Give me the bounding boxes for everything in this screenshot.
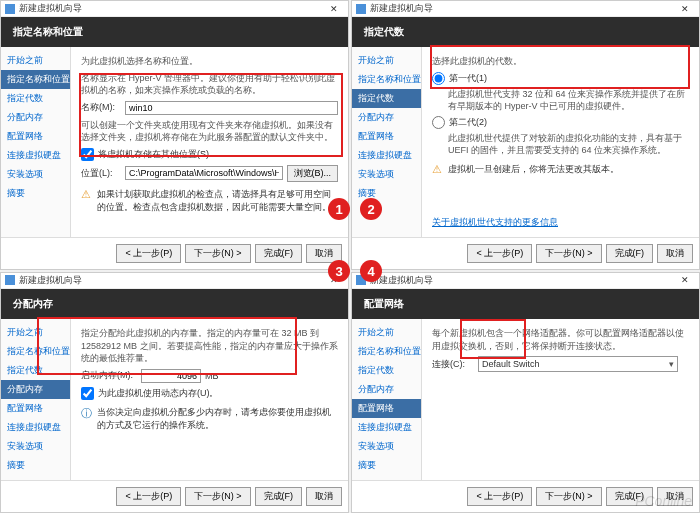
- sidebar-item[interactable]: 连接虚拟硬盘: [352, 146, 421, 165]
- sidebar-item[interactable]: 指定名称和位置: [1, 70, 70, 89]
- sidebar-item[interactable]: 指定代数: [1, 361, 70, 380]
- close-icon[interactable]: ✕: [324, 4, 344, 14]
- intro-text: 每个新虚拟机包含一个网络适配器。你可以配置网络适配器以使用虚拟交换机，否则，它将…: [432, 327, 689, 352]
- sidebar-item[interactable]: 安装选项: [352, 437, 421, 456]
- sidebar-item[interactable]: 指定代数: [1, 89, 70, 108]
- sidebar-item[interactable]: 连接虚拟硬盘: [352, 418, 421, 437]
- content-area: 为此虚拟机选择名称和位置。 名称显示在 Hyper-V 管理器中。建议你使用有助…: [71, 47, 348, 237]
- window-title: 新建虚拟机向导: [370, 274, 675, 287]
- cancel-button[interactable]: 取消: [306, 487, 342, 506]
- next-button[interactable]: 下一步(N) >: [185, 244, 250, 263]
- prev-button[interactable]: < 上一步(P): [467, 244, 532, 263]
- app-icon: [5, 275, 15, 285]
- page-title: 指定名称和位置: [1, 17, 348, 47]
- sidebar-item[interactable]: 连接虚拟硬盘: [1, 418, 70, 437]
- sidebar-item[interactable]: 开始之前: [1, 323, 70, 342]
- sidebar-item[interactable]: 安装选项: [352, 165, 421, 184]
- sidebar-item[interactable]: 开始之前: [1, 51, 70, 70]
- info-icon: [81, 406, 93, 418]
- name-input[interactable]: [125, 101, 338, 115]
- finish-button[interactable]: 完成(F): [255, 487, 303, 506]
- memory-label: 启动内存(M):: [81, 369, 137, 382]
- sidebar-item[interactable]: 摘要: [1, 456, 70, 475]
- sidebar-item[interactable]: 连接虚拟硬盘: [1, 146, 70, 165]
- connection-select[interactable]: Default Switch: [478, 356, 678, 372]
- dynamic-memory-label: 为此虚拟机使用动态内存(U)。: [98, 387, 219, 400]
- intro-text: 选择此虚拟机的代数。: [432, 55, 689, 68]
- sidebar-item[interactable]: 分配内存: [352, 108, 421, 127]
- sidebar-item[interactable]: 开始之前: [352, 323, 421, 342]
- wizard-sidebar: 开始之前 指定名称和位置 指定代数 分配内存 配置网络 连接虚拟硬盘 安装选项 …: [1, 319, 71, 480]
- close-icon[interactable]: ✕: [675, 4, 695, 14]
- wizard-sidebar: 开始之前 指定名称和位置 指定代数 分配内存 配置网络 连接虚拟硬盘 安装选项 …: [1, 47, 71, 237]
- footer-buttons: < 上一步(P) 下一步(N) > 完成(F) 取消: [352, 237, 699, 269]
- sidebar-item[interactable]: 配置网络: [1, 399, 70, 418]
- close-icon[interactable]: ✕: [675, 275, 695, 285]
- store-other-checkbox[interactable]: [81, 148, 94, 161]
- warning-text: 虚拟机一旦创建后，你将无法更改其版本。: [448, 163, 619, 176]
- finish-button[interactable]: 完成(F): [255, 244, 303, 263]
- page-title: 配置网络: [352, 289, 699, 319]
- gen2-label: 第二代(2): [449, 116, 487, 129]
- next-button[interactable]: 下一步(N) >: [185, 487, 250, 506]
- intro-text: 指定分配给此虚拟机的内存量。指定的内存量可在 32 MB 到 12582912 …: [81, 327, 338, 365]
- location-desc: 可以创建一个文件夹或使用现有文件夹来存储虚拟机。如果没有选择文件夹，虚拟机将存储…: [81, 119, 338, 144]
- step-badge-2: 2: [360, 198, 382, 220]
- gen1-desc: 此虚拟机世代支持 32 位和 64 位来宾操作系统并提供了在所有早期版本的 Hy…: [448, 88, 689, 113]
- prev-button[interactable]: < 上一步(P): [116, 244, 181, 263]
- titlebar: 新建虚拟机向导 ✕: [1, 1, 348, 17]
- warning-icon: [432, 163, 444, 175]
- sidebar-item[interactable]: 分配内存: [352, 380, 421, 399]
- gen2-desc: 此虚拟机世代提供了对较新的虚拟化功能的支持，具有基于 UEFI 的固件，并且需要…: [448, 132, 689, 157]
- window-title: 新建虚拟机向导: [19, 274, 324, 287]
- sidebar-item[interactable]: 摘要: [352, 456, 421, 475]
- page-title: 指定代数: [352, 17, 699, 47]
- footer-buttons: < 上一步(P) 下一步(N) > 完成(F) 取消: [1, 237, 348, 269]
- next-button[interactable]: 下一步(N) >: [536, 487, 601, 506]
- gen1-label: 第一代(1): [449, 72, 487, 85]
- page-title: 分配内存: [1, 289, 348, 319]
- sidebar-item[interactable]: 配置网络: [352, 399, 421, 418]
- location-input[interactable]: [125, 166, 283, 180]
- sidebar-item[interactable]: 配置网络: [352, 127, 421, 146]
- dynamic-memory-checkbox[interactable]: [81, 387, 94, 400]
- browse-button[interactable]: 浏览(B)...: [287, 165, 339, 182]
- sidebar-item[interactable]: 指定名称和位置: [352, 342, 421, 361]
- wizard-sidebar: 开始之前 指定名称和位置 指定代数 分配内存 配置网络 连接虚拟硬盘 安装选项 …: [352, 319, 422, 480]
- wizard-step-network: 新建虚拟机向导 ✕ 配置网络 开始之前 指定名称和位置 指定代数 分配内存 配置…: [351, 272, 700, 513]
- content-area: 每个新虚拟机包含一个网络适配器。你可以配置网络适配器以使用虚拟交换机，否则，它将…: [422, 319, 699, 480]
- memory-input[interactable]: [141, 369, 201, 383]
- wizard-step-name-location: 新建虚拟机向导 ✕ 指定名称和位置 开始之前 指定名称和位置 指定代数 分配内存…: [0, 0, 349, 270]
- memory-unit: MB: [205, 371, 219, 381]
- window-title: 新建虚拟机向导: [19, 2, 324, 15]
- next-button[interactable]: 下一步(N) >: [536, 244, 601, 263]
- sidebar-item[interactable]: 分配内存: [1, 108, 70, 127]
- sidebar-item[interactable]: 安装选项: [1, 437, 70, 456]
- sidebar-item[interactable]: 安装选项: [1, 165, 70, 184]
- sidebar-item[interactable]: 配置网络: [1, 127, 70, 146]
- more-info-link[interactable]: 关于虚拟机世代支持的更多信息: [432, 216, 689, 229]
- finish-button[interactable]: 完成(F): [606, 244, 654, 263]
- prev-button[interactable]: < 上一步(P): [116, 487, 181, 506]
- prev-button[interactable]: < 上一步(P): [467, 487, 532, 506]
- gen2-radio[interactable]: [432, 116, 445, 129]
- intro-text: 为此虚拟机选择名称和位置。: [81, 55, 338, 68]
- store-other-label: 将虚拟机存储在其他位置(S): [98, 148, 209, 161]
- sidebar-item[interactable]: 摘要: [1, 184, 70, 203]
- content-area: 选择此虚拟机的代数。 第一代(1) 此虚拟机世代支持 32 位和 64 位来宾操…: [422, 47, 699, 237]
- app-icon: [356, 4, 366, 14]
- sidebar-item[interactable]: 指定名称和位置: [352, 70, 421, 89]
- watermark: PConline: [635, 493, 692, 509]
- cancel-button[interactable]: 取消: [657, 244, 693, 263]
- sidebar-item[interactable]: 分配内存: [1, 380, 70, 399]
- app-icon: [5, 4, 15, 14]
- step-badge-3: 3: [328, 260, 350, 282]
- sidebar-item[interactable]: 指定代数: [352, 361, 421, 380]
- sidebar-item[interactable]: 开始之前: [352, 51, 421, 70]
- sidebar-item[interactable]: 指定名称和位置: [1, 342, 70, 361]
- titlebar: 新建虚拟机向导 ✕: [352, 273, 699, 289]
- gen1-radio[interactable]: [432, 72, 445, 85]
- sidebar-item[interactable]: 指定代数: [352, 89, 421, 108]
- info-text: 当你决定向虚拟机分配多少内存时，请考虑你要使用虚拟机的方式及它运行的操作系统。: [97, 406, 338, 432]
- window-title: 新建虚拟机向导: [370, 2, 675, 15]
